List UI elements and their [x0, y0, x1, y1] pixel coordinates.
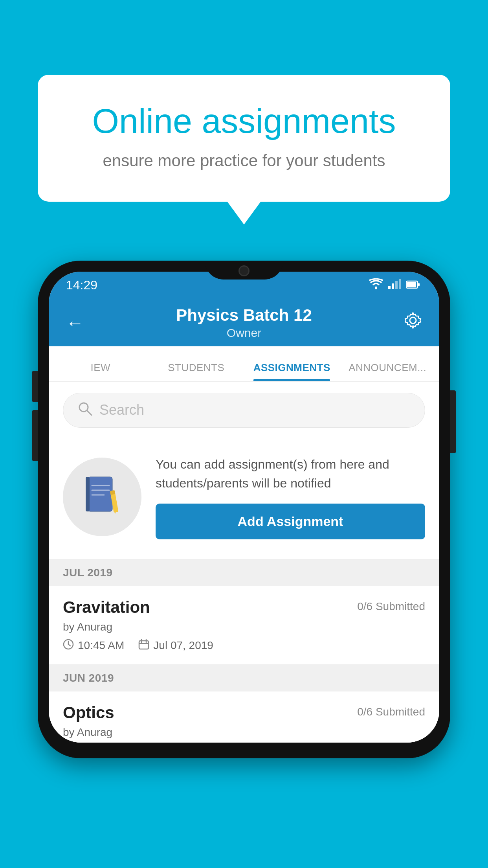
assignment-promo-block: You can add assignment(s) from here and … [49, 439, 439, 559]
side-btn-left [32, 371, 38, 402]
assignment-icon-circle [63, 458, 141, 536]
svg-rect-24 [139, 641, 149, 649]
tab-assignments[interactable]: ASSIGNMENTS [244, 362, 340, 381]
svg-rect-7 [407, 282, 416, 287]
assignment-top: Gravitation 0/6 Submitted [63, 598, 425, 617]
assignment-submitted-gravitation: 0/6 Submitted [357, 600, 425, 613]
time-value-gravitation: 10:45 AM [78, 639, 124, 652]
promo-title: Online assignments [69, 102, 419, 140]
assignment-name-gravitation: Gravitation [63, 598, 150, 617]
tab-iew[interactable]: IEW [53, 362, 149, 381]
promo-card: Online assignments ensure more practice … [38, 75, 450, 202]
header-title: Physics Batch 12 [176, 306, 312, 325]
date-value-gravitation: Jul 07, 2019 [153, 639, 213, 652]
assignment-name-optics: Optics [63, 703, 114, 722]
assignment-item-optics[interactable]: Optics 0/6 Submitted by Anurag [49, 691, 439, 743]
section-label-jul2019: JUL 2019 [63, 566, 112, 579]
search-input[interactable]: Search [99, 402, 144, 418]
assignment-by-gravitation: by Anurag [63, 621, 425, 633]
search-container: Search [49, 382, 439, 439]
svg-point-8 [410, 317, 416, 324]
promo-right: You can add assignment(s) from here and … [156, 455, 425, 539]
svg-rect-14 [86, 477, 90, 511]
assignment-details-gravitation: 10:45 AM Jul 07, 2019 [63, 639, 425, 653]
svg-rect-3 [395, 281, 398, 289]
phone-screen: 14:29 [49, 272, 439, 743]
clock-icon [63, 639, 74, 653]
wifi-icon [369, 278, 383, 292]
section-header-jun2019: JUN 2019 [49, 665, 439, 691]
svg-rect-2 [392, 283, 394, 289]
svg-rect-4 [399, 279, 401, 289]
svg-point-0 [375, 287, 377, 289]
detail-time-gravitation: 10:45 AM [63, 639, 124, 653]
svg-rect-12 [88, 477, 112, 511]
assignment-submitted-optics: 0/6 Submitted [357, 706, 425, 718]
assignment-top-optics: Optics 0/6 Submitted [63, 703, 425, 722]
status-icons [369, 278, 420, 292]
header-center: Physics Batch 12 Owner [176, 306, 312, 340]
svg-rect-1 [388, 286, 391, 289]
header-subtitle: Owner [176, 326, 312, 340]
assignment-item-gravitation[interactable]: Gravitation 0/6 Submitted by Anurag [49, 586, 439, 665]
section-label-jun2019: JUN 2019 [63, 672, 114, 684]
side-btn-left2 [32, 410, 38, 461]
settings-gear-icon[interactable] [404, 311, 422, 334]
section-header-jul2019: JUL 2019 [49, 559, 439, 586]
status-time: 14:29 [66, 278, 97, 292]
add-assignment-button[interactable]: Add Assignment [156, 504, 425, 539]
svg-rect-20 [110, 490, 116, 495]
signal-icon [388, 279, 401, 292]
calendar-icon [138, 639, 149, 653]
svg-line-23 [68, 644, 70, 646]
tabs-bar: IEW STUDENTS ASSIGNMENTS ANNOUNCEM... [49, 346, 439, 382]
tab-announcements[interactable]: ANNOUNCEM... [340, 362, 436, 381]
app-header: ← Physics Batch 12 Owner [49, 299, 439, 346]
promo-subtitle: ensure more practice for your students [69, 151, 419, 170]
side-btn-right [450, 390, 456, 453]
tab-students[interactable]: STUDENTS [149, 362, 244, 381]
battery-icon [406, 279, 420, 292]
search-icon [77, 401, 92, 419]
phone-mockup: 14:29 [38, 261, 450, 758]
phone-outer: 14:29 [38, 261, 450, 758]
detail-date-gravitation: Jul 07, 2019 [138, 639, 213, 653]
camera-dot [238, 265, 250, 276]
svg-line-10 [87, 410, 92, 415]
promo-description: You can add assignment(s) from here and … [156, 455, 425, 493]
svg-rect-6 [418, 283, 420, 286]
search-input-wrap[interactable]: Search [63, 393, 425, 428]
back-button[interactable]: ← [66, 312, 84, 333]
assignment-by-optics: by Anurag [63, 726, 425, 739]
